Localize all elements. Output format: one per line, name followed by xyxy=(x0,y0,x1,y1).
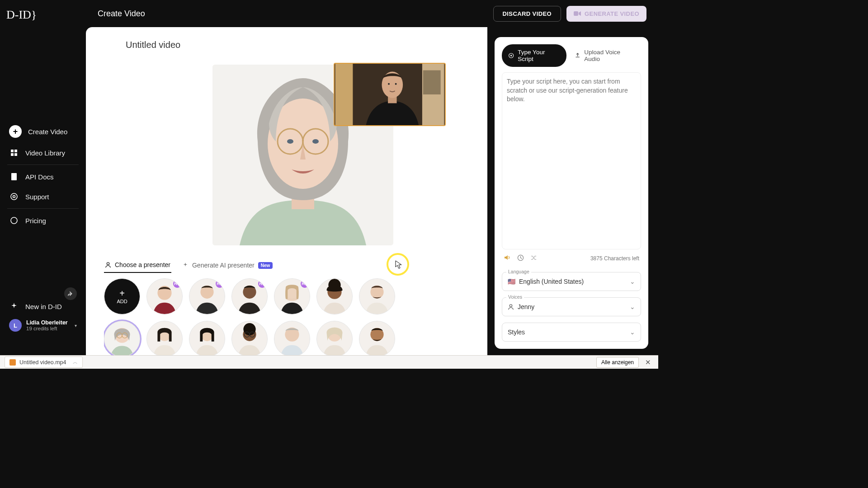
header-actions: DISCARD VIDEO GENERATE VIDEO xyxy=(493,6,646,22)
script-toolbar: 3875 Characters left xyxy=(502,249,641,266)
clock-icon[interactable] xyxy=(517,254,524,263)
svg-rect-3 xyxy=(14,153,17,156)
voices-select[interactable]: Jenny ⌄ xyxy=(502,297,641,316)
presenter-item[interactable] xyxy=(189,321,225,357)
sidebar-item-video-library[interactable]: Video Library xyxy=(3,143,83,163)
speaker-icon[interactable] xyxy=(504,254,511,263)
discard-button[interactable]: DISCARD VIDEO xyxy=(493,6,561,22)
presenter-tabs: Choose a presenter Generate AI presenter… xyxy=(104,258,482,273)
chevron-up-icon: ︿ xyxy=(73,359,78,366)
presenter-item[interactable]: HQ xyxy=(274,278,310,314)
sidebar-bottom: New in D-ID L Lidia Oberleiter 19 credit… xyxy=(0,296,86,334)
chevron-down-icon: ▾ xyxy=(75,323,77,328)
download-bar: Untitled video.mp4 ︿ Alle anzeigen ✕ xyxy=(0,355,658,369)
sparkle-icon xyxy=(182,262,189,268)
tab-generate-presenter[interactable]: Generate AI presenter New xyxy=(181,258,274,272)
sidebar-item-label: Video Library xyxy=(25,149,65,157)
select-value: Jenny xyxy=(518,303,534,310)
divider xyxy=(7,208,79,209)
sidebar-item-pricing[interactable]: Pricing xyxy=(3,211,83,230)
tab-label: Generate AI presenter xyxy=(192,262,255,269)
presenter-item[interactable]: HQ xyxy=(146,278,183,314)
presenter-item[interactable] xyxy=(359,278,395,314)
add-label: ADD xyxy=(117,299,127,304)
presenter-item[interactable] xyxy=(359,321,395,357)
generate-button[interactable]: GENERATE VIDEO xyxy=(566,6,646,22)
hq-badge: HQ xyxy=(258,280,266,288)
webcam-image xyxy=(335,64,445,125)
document-icon xyxy=(9,172,19,182)
video-title-input[interactable]: Untitled video xyxy=(126,40,482,50)
avatar: L xyxy=(9,319,22,332)
presenter-item[interactable]: HQ xyxy=(231,278,268,314)
select-value: English (United States) xyxy=(519,278,584,285)
presenter-grid: + ADD HQ HQ HQ HQ xyxy=(104,278,417,357)
webcam-overlay[interactable] xyxy=(334,63,446,126)
user-menu[interactable]: L Lidia Oberleiter 19 credits left ▾ xyxy=(3,316,83,334)
hq-badge: HQ xyxy=(301,280,309,288)
plus-icon: + xyxy=(9,125,22,138)
svg-point-16 xyxy=(312,139,319,144)
chevron-down-icon: ⌄ xyxy=(630,278,635,285)
header: Create Video DISCARD VIDEO GENERATE VIDE… xyxy=(86,0,658,27)
svg-rect-1 xyxy=(14,150,17,152)
svg-point-23 xyxy=(388,83,390,85)
presenter-item[interactable] xyxy=(274,321,310,357)
voices-field: Voices Jenny ⌄ xyxy=(502,297,641,316)
support-icon xyxy=(9,192,19,202)
hq-badge: HQ xyxy=(216,280,224,288)
svg-point-6 xyxy=(13,196,15,198)
tab-choose-presenter[interactable]: Choose a presenter xyxy=(104,258,171,273)
tab-type-script[interactable]: Type Your Script xyxy=(502,44,566,67)
upload-icon xyxy=(575,52,580,59)
svg-point-24 xyxy=(395,83,397,85)
share-button[interactable] xyxy=(64,287,77,300)
user-credits: 19 credits left xyxy=(26,326,70,331)
svg-rect-4 xyxy=(11,173,17,180)
sidebar-nav: + Create Video Video Library API Docs Su… xyxy=(0,120,86,230)
sidebar-item-label: New in D-ID xyxy=(25,303,62,310)
language-field: Language 🇺🇸 English (United States) ⌄ xyxy=(502,272,641,291)
script-panel: Type Your Script Upload Voice Audio 3875… xyxy=(495,37,648,349)
tab-label: Type Your Script xyxy=(518,49,560,62)
svg-point-5 xyxy=(11,193,17,200)
shuffle-icon[interactable] xyxy=(530,254,537,263)
sidebar-item-create-video[interactable]: + Create Video xyxy=(3,120,83,143)
person-icon xyxy=(508,304,514,310)
styles-field: Styles ⌄ xyxy=(502,323,641,342)
generate-label: GENERATE VIDEO xyxy=(585,10,639,17)
person-icon xyxy=(105,262,111,268)
styles-select[interactable]: Styles ⌄ xyxy=(502,323,641,342)
add-presenter-button[interactable]: + ADD xyxy=(104,278,140,314)
presenter-item-selected[interactable] xyxy=(104,321,140,357)
close-icon[interactable]: ✕ xyxy=(642,358,654,366)
presenter-item[interactable] xyxy=(146,321,183,357)
script-textarea[interactable] xyxy=(502,72,641,249)
coin-icon xyxy=(9,216,19,225)
preview-stage xyxy=(158,61,448,249)
tab-label: Upload Voice Audio xyxy=(584,49,635,62)
presenter-item[interactable]: HQ xyxy=(189,278,225,314)
language-select[interactable]: 🇺🇸 English (United States) ⌄ xyxy=(502,272,641,291)
svg-rect-2 xyxy=(11,153,14,156)
sidebar-item-label: Pricing xyxy=(25,217,46,225)
presenter-item[interactable] xyxy=(231,321,268,357)
show-all-downloads[interactable]: Alle anzeigen xyxy=(596,357,639,368)
chevron-down-icon: ⌄ xyxy=(630,328,635,336)
download-item[interactable]: Untitled video.mp4 ︿ xyxy=(5,357,83,368)
svg-point-36 xyxy=(328,279,340,291)
svg-point-59 xyxy=(510,55,512,56)
sidebar-item-api-docs[interactable]: API Docs xyxy=(3,167,83,187)
sidebar-item-support[interactable]: Support xyxy=(3,187,83,206)
new-badge: New xyxy=(258,262,273,269)
presenter-item[interactable] xyxy=(316,278,353,314)
script-tabs: Type Your Script Upload Voice Audio xyxy=(502,44,641,67)
presenter-grid-scroll[interactable]: + ADD HQ HQ HQ HQ xyxy=(104,278,420,366)
presenter-item[interactable] xyxy=(316,321,353,357)
sidebar-item-label: Support xyxy=(25,193,49,201)
select-value: Styles xyxy=(508,328,525,336)
main-canvas: Untitled video xyxy=(86,27,487,357)
field-label: Voices xyxy=(506,294,524,300)
hq-badge: HQ xyxy=(173,280,181,288)
tab-upload-audio[interactable]: Upload Voice Audio xyxy=(568,44,641,67)
